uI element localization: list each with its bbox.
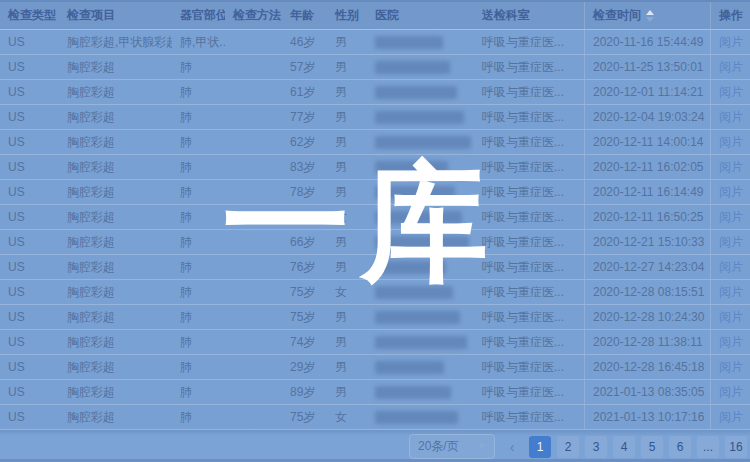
cell-organ: 肺 [172, 155, 225, 179]
cell-hospital [367, 405, 474, 429]
table-row: US 胸腔彩超 肺 75岁 女 呼吸与重症医... 2021-01-13 10:… [0, 405, 750, 430]
redacted-hospital-name [375, 61, 450, 74]
cell-organ: 肺 [172, 280, 225, 304]
cell-age: 57岁 [282, 55, 327, 79]
cell-gender: 女 [327, 405, 367, 429]
read-film-link[interactable]: 阅片 [719, 359, 743, 376]
exam-list-screen: 检查类型检查项目器官部位检查方法年龄性别医院送检科室检查时间操作 US 胸腔彩超… [0, 0, 750, 462]
table-row: US 胸腔彩超 肺 83岁 男 呼吸与重症医... 2020-12-11 16:… [0, 155, 750, 180]
cell-method [225, 155, 282, 179]
cell-action: 阅片 [710, 55, 750, 79]
table-row: US 胸腔彩超 肺 77岁 男 呼吸与重症医... 2020-12-04 19:… [0, 105, 750, 130]
cell-gender: 女 [327, 205, 367, 229]
read-film-link[interactable]: 阅片 [719, 309, 743, 326]
cell-exam-time: 2020-12-11 14:00:14 [584, 130, 710, 154]
cell-method [225, 355, 282, 379]
cell-method [225, 130, 282, 154]
read-film-link[interactable]: 阅片 [719, 134, 743, 151]
read-film-link[interactable]: 阅片 [719, 409, 743, 426]
cell-gender: 男 [327, 80, 367, 104]
cell-exam-project: 胸腔彩超 [59, 230, 172, 254]
redacted-hospital-name [375, 211, 462, 224]
cell-age: 75岁 [282, 280, 327, 304]
read-film-link[interactable]: 阅片 [719, 384, 743, 401]
cell-method [225, 30, 282, 54]
table-row: US 胸腔彩超 肺 66岁 男 呼吸与重症医... 2020-12-21 15:… [0, 230, 750, 255]
sort-caret-icon[interactable] [646, 10, 654, 22]
page-button-6[interactable]: 6 [669, 436, 691, 458]
redacted-hospital-name [375, 336, 467, 349]
cell-exam-time: 2021-01-13 10:17:16 [584, 405, 710, 429]
cell-exam-time: 2020-12-11 16:02:05 [584, 155, 710, 179]
read-film-link[interactable]: 阅片 [719, 234, 743, 251]
page-button-2[interactable]: 2 [557, 436, 579, 458]
column-header-time[interactable]: 检查时间 [584, 2, 710, 29]
cell-gender: 男 [327, 230, 367, 254]
cell-exam-project: 胸腔彩超 [59, 105, 172, 129]
read-film-link[interactable]: 阅片 [719, 184, 743, 201]
redacted-hospital-name [375, 361, 444, 374]
table-row: US 胸腔彩超 肺 57岁 男 呼吸与重症医... 2020-11-25 13:… [0, 55, 750, 80]
cell-exam-type: US [0, 30, 59, 54]
cell-gender: 男 [327, 30, 367, 54]
read-film-link[interactable]: 阅片 [719, 284, 743, 301]
page-button-4[interactable]: 4 [613, 436, 635, 458]
page-button-3[interactable]: 3 [585, 436, 607, 458]
column-header-label: 检查方法 [233, 7, 281, 24]
prev-page-button[interactable]: ‹ [501, 436, 523, 458]
pagination-bar: 20条/页 ‹ 123456...16 [0, 430, 750, 462]
cell-exam-time: 2020-12-27 14:23:04 [584, 255, 710, 279]
cell-gender: 男 [327, 255, 367, 279]
read-film-link[interactable]: 阅片 [719, 334, 743, 351]
read-film-link[interactable]: 阅片 [719, 34, 743, 51]
cell-exam-time: 2020-12-11 16:14:49 [584, 180, 710, 204]
cell-age: 75岁 [282, 405, 327, 429]
cell-organ: 肺 [172, 180, 225, 204]
page-button-5[interactable]: 5 [641, 436, 663, 458]
read-film-link[interactable]: 阅片 [719, 159, 743, 176]
cell-action: 阅片 [710, 280, 750, 304]
read-film-link[interactable]: 阅片 [719, 109, 743, 126]
cell-hospital [367, 355, 474, 379]
read-film-link[interactable]: 阅片 [719, 59, 743, 76]
cell-method [225, 230, 282, 254]
page-size-select[interactable]: 20条/页 [409, 434, 495, 459]
cell-action: 阅片 [710, 355, 750, 379]
column-header-label: 检查类型 [8, 7, 56, 24]
cell-action: 阅片 [710, 80, 750, 104]
cell-exam-project: 胸腔彩超 [59, 180, 172, 204]
read-film-link[interactable]: 阅片 [719, 259, 743, 276]
cell-hospital [367, 380, 474, 404]
cell-department: 呼吸与重症医... [474, 380, 584, 404]
cell-hospital [367, 330, 474, 354]
redacted-hospital-name [375, 386, 451, 399]
read-film-link[interactable]: 阅片 [719, 84, 743, 101]
cell-exam-project: 胸腔彩超 [59, 155, 172, 179]
cell-organ: 肺 [172, 80, 225, 104]
cell-exam-type: US [0, 355, 59, 379]
read-film-link[interactable]: 阅片 [719, 209, 743, 226]
page-button-1[interactable]: 1 [529, 436, 551, 458]
table-row: US 胸腔彩超 肺 78岁 男 呼吸与重症医... 2020-12-11 16:… [0, 180, 750, 205]
cell-age: 78岁 [282, 180, 327, 204]
redacted-hospital-name [375, 286, 453, 299]
exam-table: 检查类型检查项目器官部位检查方法年龄性别医院送检科室检查时间操作 US 胸腔彩超… [0, 2, 750, 431]
cell-method [225, 405, 282, 429]
cell-exam-time: 2020-12-28 10:24:30 [584, 305, 710, 329]
redacted-hospital-name [375, 136, 471, 149]
cell-action: 阅片 [710, 30, 750, 54]
cell-exam-project: 胸腔彩超 [59, 55, 172, 79]
cell-age: 77岁 [282, 105, 327, 129]
redacted-hospital-name [375, 111, 464, 124]
cell-gender: 男 [327, 130, 367, 154]
cell-hospital [367, 105, 474, 129]
column-header-label: 年龄 [290, 7, 314, 24]
page-button-16[interactable]: 16 [725, 436, 747, 458]
more-pages-button[interactable]: ... [697, 436, 719, 458]
cell-age: 76岁 [282, 205, 327, 229]
page-size-value: 20条/页 [418, 438, 459, 455]
cell-exam-project: 胸腔彩超 [59, 305, 172, 329]
cell-hospital [367, 230, 474, 254]
cell-exam-time: 2020-11-25 13:50:01 [584, 55, 710, 79]
column-header-label: 送检科室 [482, 7, 530, 24]
